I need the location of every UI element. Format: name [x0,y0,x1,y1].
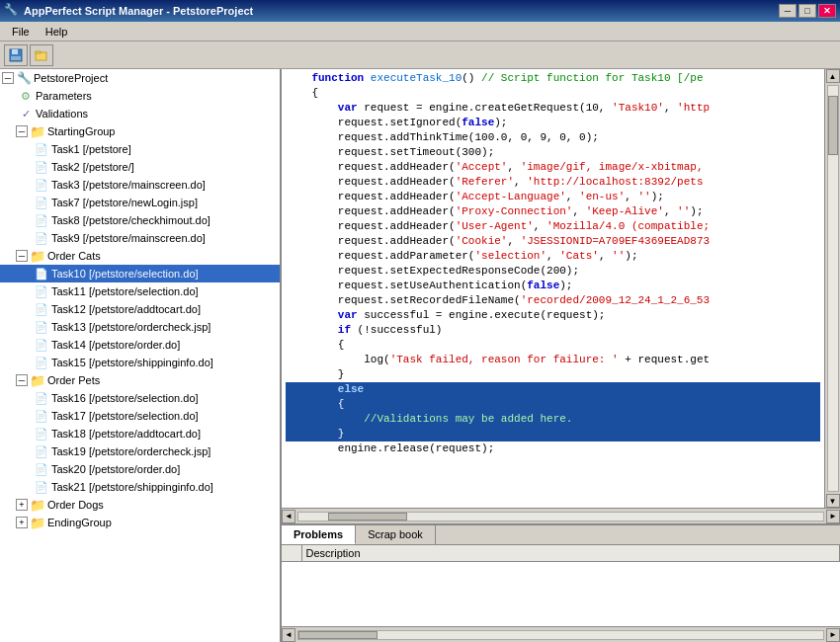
tree-task12[interactable]: 📄Task12 [/petstore/addtocart.do] [0,300,280,318]
cats-label: Order Cats [47,250,101,262]
root-label: PetstoreProject [34,72,108,84]
code-container: function executeTask_10() // Script func… [282,69,840,523]
file-icon: 📄 [34,479,49,495]
tree-order-dogs[interactable]: + 📁 Order Dogs [0,496,280,514]
tree-task7[interactable]: 📄Task7 [/petstore/newLogin.jsp] [0,194,280,211]
tree-task18[interactable]: 📄Task18 [/petstore/addtocart.do] [0,425,280,442]
scroll-track[interactable] [827,85,839,492]
task11-label: Task11 [/petstore/selection.do] [51,285,199,297]
task12-label: Task12 [/petstore/addtocart.do] [51,303,201,315]
code-line: request.setRecordedFileName('recorded/20… [286,293,820,308]
code-line: request.addParameter('selection', 'Cats'… [286,249,820,264]
bottom-hscroll-thumb[interactable] [298,631,378,639]
starting-expand[interactable]: ─ [16,125,28,137]
tree-root[interactable]: ─ 🔧 PetstoreProject [0,69,280,87]
tree-task1[interactable]: 📄Task1 [/petstore] [0,140,280,158]
hscroll-track[interactable] [297,512,824,522]
folder-icon: 📁 [30,248,45,264]
file-icon: 📄 [34,212,49,228]
main-container: ─ 🔧 PetstoreProject ⚙ Parameters ✓ Valid… [0,69,840,642]
file-icon: 📄 [34,301,49,317]
tree-task11[interactable]: 📄Task11 [/petstore/selection.do] [0,282,280,300]
code-horizontal-scrollbar[interactable]: ◄ ► [282,508,840,523]
code-line: request.addHeader('Proxy-Connection', 'K… [286,204,820,219]
tab-scrapbook[interactable]: Scrap book [356,525,436,544]
task7-label: Task7 [/petstore/newLogin.jsp] [51,197,198,208]
file-icon: 📄 [34,443,49,459]
tree-ending-group[interactable]: + 📁 EndingGroup [0,514,280,531]
tab-problems[interactable]: Problems [282,525,356,544]
code-line: } [286,367,820,382]
tree-validations[interactable]: ✓ Validations [0,105,280,122]
scroll-left-button[interactable]: ◄ [282,510,295,523]
root-expand[interactable]: ─ [2,72,14,84]
open-button[interactable] [30,44,53,66]
code-line: var successful = engine.execute(request)… [286,308,820,323]
window-title: AppPerfect Script Manager - PetstoreProj… [24,5,779,17]
left-panel[interactable]: ─ 🔧 PetstoreProject ⚙ Parameters ✓ Valid… [0,69,282,642]
code-line: { [286,338,820,353]
vertical-scrollbar[interactable]: ▲ ▼ [824,69,840,508]
title-bar: 🔧 AppPerfect Script Manager - PetstorePr… [0,0,840,22]
tree-task3[interactable]: 📄Task3 [/petstore/mainscreen.do] [0,176,280,194]
tree-order-cats[interactable]: ─ 📁 Order Cats [0,247,280,265]
task1-label: Task1 [/petstore] [51,143,131,155]
tree-task9[interactable]: 📄Task9 [/petstore/mainscreen.do] [0,229,280,247]
task18-label: Task18 [/petstore/addtocart.do] [51,428,201,440]
code-line: function executeTask_10() // Script func… [286,71,820,86]
scroll-down-button[interactable]: ▼ [826,494,840,508]
code-line: request.setExpectedResponseCode(200); [286,264,820,279]
tree-parameters[interactable]: ⚙ Parameters [0,87,280,105]
task9-label: Task9 [/petstore/mainscreen.do] [51,232,206,244]
tree-task20[interactable]: 📄Task20 [/petstore/order.do] [0,460,280,478]
code-line: log('Task failed, reason for failure: ' … [286,353,820,367]
maximize-button[interactable]: □ [798,4,816,18]
file-icon: 📄 [34,337,49,353]
minimize-button[interactable]: ─ [779,4,797,18]
pets-expand[interactable]: ─ [16,374,28,386]
code-line: { [286,86,820,101]
hscroll-thumb[interactable] [328,513,407,521]
task15-label: Task15 [/petstore/shippinginfo.do] [51,357,213,368]
close-button[interactable]: ✕ [818,4,836,18]
ending-expand[interactable]: + [16,517,28,528]
file-icon: 📄 [34,177,49,193]
app-icon: 🔧 [4,3,20,19]
cats-expand[interactable]: ─ [16,250,28,262]
tree-task2[interactable]: 📄Task2 [/petstore/] [0,158,280,176]
tree-task8[interactable]: 📄Task8 [/petstore/checkhimout.do] [0,211,280,229]
tree-task17[interactable]: 📄Task17 [/petstore/selection.do] [0,407,280,425]
file-icon: 📄 [34,408,49,424]
tree-task14[interactable]: 📄Task14 [/petstore/order.do] [0,336,280,354]
svg-rect-4 [36,51,41,53]
code-editor[interactable]: function executeTask_10() // Script func… [282,69,824,508]
code-line: request.setTimeout(300); [286,145,820,160]
tree-task15[interactable]: 📄Task15 [/petstore/shippinginfo.do] [0,354,280,371]
folder-icon: 📁 [30,515,45,530]
code-line-else: else [286,382,820,397]
scroll-up-button[interactable]: ▲ [826,69,840,83]
tree-task21[interactable]: 📄Task21 [/petstore/shippinginfo.do] [0,478,280,496]
tree-starting-group[interactable]: ─ 📁 StartingGroup [0,122,280,140]
tree-task13[interactable]: 📄Task13 [/petstore/ordercheck.jsp] [0,318,280,336]
bottom-scroll-right[interactable]: ► [826,628,840,642]
tree-order-pets[interactable]: ─ 📁 Order Pets [0,371,280,389]
tree-task19[interactable]: 📄Task19 [/petstore/ordercheck.jsp] [0,442,280,460]
code-line: engine.release(request); [286,441,820,456]
bottom-horizontal-scrollbar[interactable]: ◄ ► [282,626,840,642]
bottom-scroll-left[interactable]: ◄ [282,628,295,642]
table-row [282,562,840,563]
code-line: request.setUseAuthentication(false); [286,279,820,293]
tree-task16[interactable]: 📄Task16 [/petstore/selection.do] [0,389,280,407]
code-line: var request = engine.createGetRequest(10… [286,101,820,116]
scroll-thumb[interactable] [828,96,838,155]
toolbar [0,41,840,69]
code-line: request.addHeader('User-Agent', 'Mozilla… [286,219,820,234]
bottom-hscroll-track[interactable] [297,630,824,640]
menu-help[interactable]: Help [38,24,76,40]
dogs-expand[interactable]: + [16,499,28,511]
scroll-right-button[interactable]: ► [826,510,840,523]
menu-file[interactable]: File [4,24,38,40]
tree-task10[interactable]: 📄Task10 [/petstore/selection.do] [0,265,280,282]
save-button[interactable] [4,44,28,66]
